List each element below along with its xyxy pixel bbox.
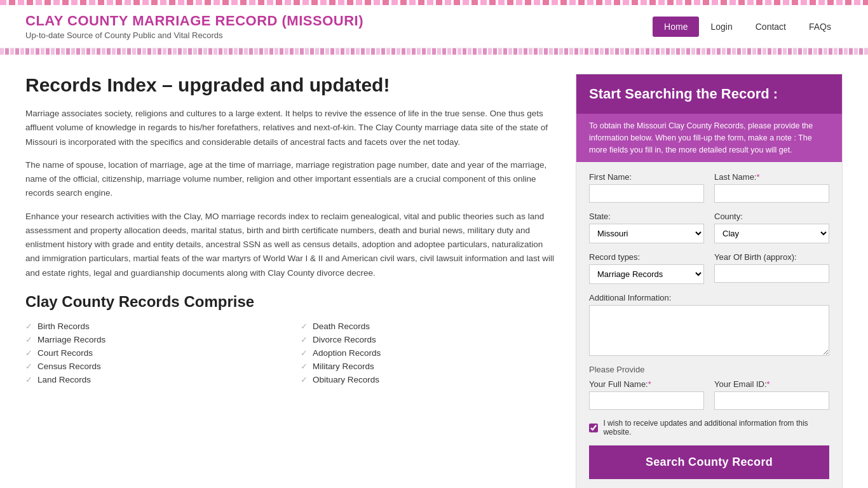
full-name-required: *	[648, 379, 651, 389]
record-military: Military Records	[313, 362, 374, 371]
newsletter-label: I wish to receive updates and additional…	[603, 419, 829, 437]
list-item: ✓ Military Records	[301, 360, 557, 373]
record-type-label: Record types:	[589, 252, 704, 262]
records-col1: ✓ Birth Records ✓ Marriage Records ✓ Cou…	[25, 320, 281, 386]
check-icon: ✓	[25, 322, 32, 331]
record-divorce: Divorce Records	[313, 335, 376, 344]
state-county-row: State: Missouri Alabama Alaska County: C…	[589, 212, 829, 243]
list-item: ✓ Census Records	[25, 360, 281, 373]
state-select[interactable]: Missouri Alabama Alaska	[589, 224, 704, 243]
record-type-group: Record types: Marriage Records Birth Rec…	[589, 252, 704, 284]
full-name-label: Your Full Name:*	[589, 379, 704, 389]
check-icon: ✓	[25, 375, 32, 384]
first-name-input[interactable]	[589, 184, 704, 203]
record-birth: Birth Records	[37, 322, 90, 331]
check-icon: ✓	[301, 362, 308, 371]
check-icon: ✓	[301, 335, 308, 344]
last-name-label: Last Name:*	[714, 172, 829, 182]
para-3: Enhance your research activities with th…	[25, 210, 557, 280]
record-death: Death Records	[313, 322, 370, 331]
nav-home[interactable]: Home	[653, 17, 699, 37]
search-county-record-button[interactable]: Search County Record	[589, 445, 829, 479]
check-icon: ✓	[301, 322, 308, 331]
personal-info-row: Your Full Name:* Your Email ID:*	[589, 379, 829, 410]
nav-contact[interactable]: Contact	[744, 17, 797, 37]
please-provide-label: Please Provide	[589, 365, 829, 374]
nav-login[interactable]: Login	[699, 17, 743, 37]
brand-title: CLAY COUNTY MARRIAGE RECORD (MISSOURI)	[25, 13, 363, 29]
newsletter-checkbox-row: I wish to receive updates and additional…	[589, 419, 829, 437]
check-icon: ✓	[25, 348, 32, 358]
email-input[interactable]	[714, 391, 829, 410]
email-label: Your Email ID:*	[714, 379, 829, 389]
full-name-group: Your Full Name:*	[589, 379, 704, 410]
list-item: ✓ Marriage Records	[25, 333, 281, 346]
form-subheader: To obtain the Missouri Clay County Recor…	[576, 114, 842, 162]
main-container: Records Index – upgraded and updated! Ma…	[0, 55, 868, 488]
form-body: First Name: Last Name:* State:	[576, 162, 842, 488]
year-birth-input[interactable]	[714, 264, 829, 283]
year-birth-group: Year Of Birth (approx):	[714, 252, 829, 284]
nav-faqs[interactable]: FAQs	[797, 17, 843, 37]
records-col2: ✓ Death Records ✓ Divorce Records ✓ Adop…	[301, 320, 557, 386]
county-label: County:	[714, 212, 829, 221]
search-form-panel: Start Searching the Record : To obtain t…	[576, 74, 843, 488]
record-land: Land Records	[37, 375, 91, 384]
record-census: Census Records	[37, 362, 101, 371]
record-type-select[interactable]: Marriage Records Birth Records Death Rec…	[589, 264, 704, 284]
para-2: The name of spouse, location of marriage…	[25, 158, 557, 201]
email-required: *	[767, 379, 770, 389]
list-item: ✓ Land Records	[25, 373, 281, 386]
site-header: CLAY COUNTY MARRIAGE RECORD (MISSOURI) U…	[0, 5, 868, 48]
first-name-label: First Name:	[589, 172, 704, 182]
page-heading: Records Index – upgraded and updated!	[25, 74, 557, 97]
last-name-input[interactable]	[714, 184, 829, 203]
county-group: County: Clay Jackson Platte	[714, 212, 829, 243]
first-name-group: First Name:	[589, 172, 704, 203]
para-1: Marriage associates society, religions a…	[25, 107, 557, 149]
form-card: Start Searching the Record : To obtain t…	[576, 74, 843, 488]
list-item: ✓ Birth Records	[25, 320, 281, 333]
records-grid: ✓ Birth Records ✓ Marriage Records ✓ Cou…	[25, 320, 557, 386]
list-item: ✓ Obituary Records	[301, 373, 557, 386]
brand: CLAY COUNTY MARRIAGE RECORD (MISSOURI) U…	[25, 13, 363, 40]
top-decorative-border	[0, 0, 868, 5]
record-marriage: Marriage Records	[37, 335, 105, 344]
full-name-input[interactable]	[589, 391, 704, 410]
list-item: ✓ Court Records	[25, 346, 281, 360]
check-icon: ✓	[301, 348, 308, 358]
main-nav: Home Login Contact FAQs	[653, 17, 843, 37]
additional-info-textarea[interactable]	[589, 305, 829, 356]
additional-info-group: Additional Information:	[589, 293, 829, 356]
additional-info-label: Additional Information:	[589, 293, 829, 302]
last-name-group: Last Name:*	[714, 172, 829, 203]
record-adoption: Adoption Records	[313, 348, 381, 358]
email-group: Your Email ID:*	[714, 379, 829, 410]
state-label: State:	[589, 212, 704, 221]
check-icon: ✓	[25, 362, 32, 371]
records-section-heading: Clay County Records Comprise	[25, 293, 557, 311]
newsletter-checkbox[interactable]	[589, 423, 598, 433]
record-court: Court Records	[37, 348, 93, 358]
year-birth-label: Year Of Birth (approx):	[714, 252, 829, 262]
last-name-required: *	[756, 172, 759, 182]
list-item: ✓ Divorce Records	[301, 333, 557, 346]
state-group: State: Missouri Alabama Alaska	[589, 212, 704, 243]
left-content: Records Index – upgraded and updated! Ma…	[25, 74, 576, 488]
record-year-row: Record types: Marriage Records Birth Rec…	[589, 252, 829, 284]
form-header: Start Searching the Record :	[576, 74, 842, 114]
record-obituary: Obituary Records	[313, 375, 379, 384]
check-icon: ✓	[25, 335, 32, 344]
list-item: ✓ Death Records	[301, 320, 557, 333]
check-icon: ✓	[301, 375, 308, 384]
list-item: ✓ Adoption Records	[301, 346, 557, 360]
brand-subtitle: Up-to-date Source of County Public and V…	[25, 30, 363, 40]
deco-border	[0, 48, 868, 55]
county-select[interactable]: Clay Jackson Platte	[714, 224, 829, 243]
name-row: First Name: Last Name:*	[589, 172, 829, 203]
